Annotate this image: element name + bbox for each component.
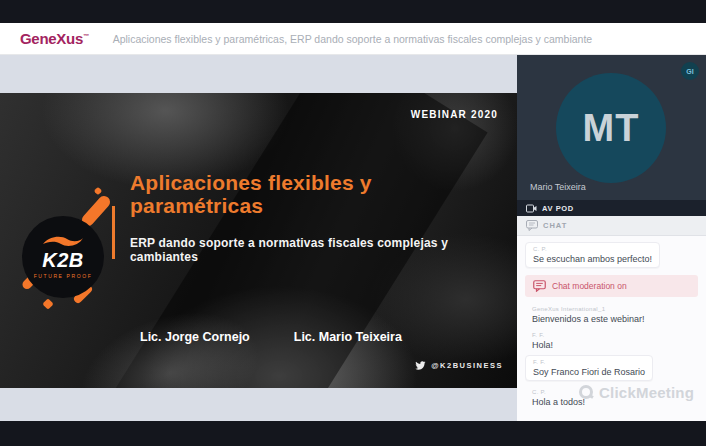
- chat-message-list[interactable]: C. P. Se escuchan ambos perfecto! Chat m…: [517, 236, 706, 421]
- webinar-app-window: GeneXus™ Aplicaciones flexibles y paramé…: [0, 0, 706, 446]
- chat-username: F. F.: [533, 359, 645, 365]
- presentation-slide: WEBINAR 2020 K2B FUTURE PROOF Aplicacion…: [0, 93, 517, 388]
- chat-message-text: Soy Franco Fiori de Rosario: [533, 367, 645, 377]
- slide-title-line2: paramétricas: [130, 194, 263, 217]
- sidebar: GI MT Mario Teixeira AV POD CHAT: [517, 55, 706, 421]
- chat-username: C. P.: [533, 246, 652, 252]
- chat-pod-label: CHAT: [543, 221, 567, 230]
- chat-message-text: Se escuchan ambos perfecto!: [533, 254, 652, 264]
- slide-title: Aplicaciones flexibles y paramétricas: [130, 171, 372, 217]
- av-pod-header[interactable]: AV POD: [517, 200, 706, 216]
- chat-username: F. F.: [532, 332, 691, 338]
- chat-message: GeneXus International_1 Bienvenidos a es…: [525, 303, 698, 324]
- moderation-chat-icon: [533, 280, 546, 292]
- speakers-row: Lic. Jorge Cornejo Lic. Mario Teixeira: [140, 330, 402, 344]
- clickmeeting-watermark: ClickMeeting: [578, 384, 694, 401]
- chat-message: C. P. Se escuchan ambos perfecto!: [525, 242, 660, 268]
- k2b-swoosh-icon: [41, 235, 85, 249]
- chat-message: F. F. Soy Franco Fiori de Rosario: [525, 355, 653, 381]
- chat-moderation-notice: Chat moderation on: [525, 275, 698, 297]
- genexus-logo-text: GeneXus: [20, 30, 83, 47]
- bottom-black-bar: [0, 421, 706, 446]
- twitter-row: @K2BUSINESS: [415, 361, 503, 370]
- presentation-area: WEBINAR 2020 K2B FUTURE PROOF Aplicacion…: [0, 55, 517, 421]
- genexus-logo[interactable]: GeneXus™: [20, 30, 89, 47]
- clickmeeting-watermark-text: ClickMeeting: [599, 384, 694, 401]
- speaker-name: Lic. Jorge Cornejo: [140, 330, 250, 344]
- twitter-handle: @K2BUSINESS: [431, 361, 503, 370]
- moderation-notice-text: Chat moderation on: [552, 281, 627, 291]
- slide-subtitle: ERP dando soporte a normativas fiscales …: [130, 236, 517, 264]
- chat-message-text: Bienvenidos a este webinar!: [532, 314, 691, 324]
- k2b-decoration-dot: [94, 187, 102, 195]
- genexus-trademark: ™: [83, 33, 89, 39]
- app-header: GeneXus™ Aplicaciones flexibles y paramé…: [0, 23, 706, 55]
- k2b-logo-tagline: FUTURE PROOF: [34, 273, 93, 279]
- speaker-name: Lic. Mario Teixeira: [294, 330, 402, 344]
- chat-message: F. F. Hola!: [525, 329, 698, 350]
- slide-title-line1: Aplicaciones flexibles y: [130, 171, 372, 194]
- presenter-badge: GI: [681, 62, 699, 80]
- webinar-title: Aplicaciones flexibles y paramétricas, E…: [113, 33, 593, 45]
- chat-bubble-icon: [526, 220, 538, 231]
- video-camera-icon: [526, 204, 537, 213]
- chat-username: GeneXus International_1: [532, 306, 691, 312]
- twitter-bird-icon: [415, 361, 426, 370]
- clickmeeting-logo-icon: [578, 384, 595, 401]
- chat-message-text: Hola!: [532, 340, 691, 350]
- av-pod-label: AV POD: [542, 204, 574, 213]
- webinar-year-badge: WEBINAR 2020: [411, 109, 498, 120]
- k2b-logo: K2B FUTURE PROOF: [0, 178, 130, 328]
- av-pod-video: GI MT Mario Teixeira: [517, 55, 706, 200]
- avatar: MT: [556, 73, 666, 183]
- top-black-bar: [0, 0, 706, 23]
- k2b-decoration-dot: [42, 298, 53, 309]
- k2b-logo-circle: K2B FUTURE PROOF: [22, 216, 104, 298]
- participant-name: Mario Teixeira: [530, 182, 586, 192]
- avatar-initials: MT: [583, 107, 640, 150]
- k2b-logo-name: K2B: [42, 250, 84, 270]
- title-accent-line: [112, 206, 115, 259]
- chat-pod-header[interactable]: CHAT: [517, 216, 706, 236]
